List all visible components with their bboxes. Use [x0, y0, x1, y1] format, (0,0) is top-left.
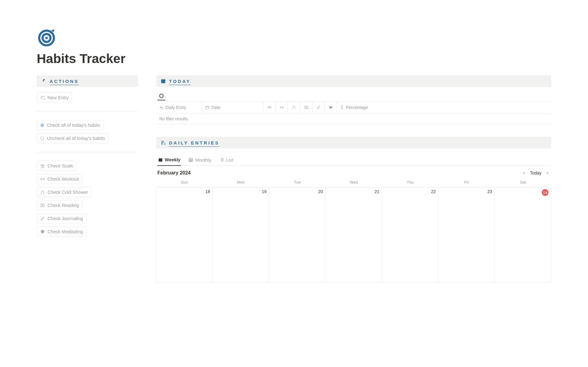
- calendar-date: 21: [375, 189, 379, 194]
- dumbbell-icon: [40, 177, 45, 182]
- check-scale-label: Check Scale: [47, 163, 73, 168]
- check-all-button[interactable]: Check all of today's habits: [37, 120, 104, 130]
- new-entry-button[interactable]: New Entry: [37, 92, 72, 103]
- col-journaling[interactable]: [312, 102, 325, 113]
- daily-entries-header: DAILY ENTRIES: [156, 137, 551, 148]
- col-date-label: Date: [211, 105, 221, 110]
- text-aa-icon: [159, 105, 164, 110]
- sigma-icon: [340, 105, 344, 110]
- col-date[interactable]: Date: [202, 102, 263, 113]
- today-view-tab[interactable]: [157, 92, 165, 100]
- tab-list[interactable]: List: [219, 156, 234, 166]
- prev-week-button[interactable]: [522, 170, 526, 175]
- dow-sat: Sat: [495, 179, 551, 187]
- scale-icon: [40, 163, 45, 168]
- today-button[interactable]: Today: [530, 170, 541, 175]
- rocket-icon: [292, 105, 296, 110]
- check-reading-label: Check Reading: [47, 203, 79, 208]
- col-workout[interactable]: [276, 102, 288, 113]
- dow-wed: Wed: [326, 179, 382, 187]
- view-tabs: Weekly Monthly List: [156, 154, 551, 166]
- calendar-month-label: February 2024: [157, 170, 191, 176]
- check-cold-shower-button[interactable]: Check Cold Shower: [37, 187, 92, 197]
- calendar-grid: 18 19 20 21 22 23 24: [156, 187, 551, 282]
- list-icon: [219, 157, 224, 162]
- pencil-icon: [40, 216, 45, 221]
- calendar-date: 23: [487, 189, 492, 194]
- calendar-icon: [158, 157, 163, 162]
- book-icon: [304, 105, 308, 110]
- filled-circle-icon: [40, 123, 44, 127]
- col-meditating[interactable]: [325, 102, 337, 113]
- check-journaling-button[interactable]: Check Journaling: [37, 213, 86, 223]
- dow-mon: Mon: [213, 179, 269, 187]
- today-table: Daily Entry Date: [156, 102, 551, 125]
- chat-icon: [329, 105, 333, 110]
- dumbbell-icon: [280, 105, 284, 110]
- col-cold-shower[interactable]: [288, 102, 300, 113]
- list-edit-icon: [160, 140, 166, 145]
- calendar-date: 18: [205, 189, 210, 194]
- page-title: Habits Tracker: [37, 51, 551, 66]
- col-percentage[interactable]: Percentage: [337, 102, 551, 113]
- svg-rect-7: [162, 79, 163, 80]
- actions-header-label: ACTIONS: [50, 79, 79, 84]
- daily-entries-header-label: DAILY ENTRIES: [169, 140, 220, 145]
- svg-rect-8: [164, 79, 164, 80]
- dow-tue: Tue: [269, 179, 326, 187]
- calendar-cell[interactable]: 18: [156, 187, 213, 282]
- circle-icon: [159, 94, 164, 98]
- dow-fri: Fri: [438, 179, 495, 187]
- actions-header: ACTIONS: [37, 75, 138, 87]
- new-entry-label: New Entry: [47, 95, 69, 100]
- uncheck-all-label: Uncheck all of today's habits: [47, 136, 105, 141]
- svg-point-4: [41, 137, 44, 140]
- col-daily-entry-label: Daily Entry: [165, 105, 186, 110]
- check-cold-shower-label: Check Cold Shower: [47, 189, 88, 195]
- calendar-cell[interactable]: 21: [326, 187, 382, 282]
- svg-point-3: [40, 123, 44, 127]
- calendar-cell[interactable]: 19: [213, 187, 269, 282]
- calendar-date: 22: [431, 189, 436, 194]
- uncheck-all-button[interactable]: Uncheck all of today's habits: [37, 133, 108, 143]
- chat-icon: [40, 229, 45, 234]
- col-reading[interactable]: [300, 102, 312, 113]
- tab-weekly-label: Weekly: [165, 157, 180, 162]
- calendar-date: 20: [318, 189, 323, 194]
- edit-icon: [40, 95, 45, 100]
- today-header-label: TODAY: [169, 79, 191, 84]
- check-scale-button[interactable]: Check Scale: [37, 161, 77, 171]
- check-journaling-label: Check Journaling: [47, 216, 83, 221]
- calendar-grid-icon: [188, 157, 193, 162]
- tab-weekly[interactable]: Weekly: [157, 156, 181, 166]
- calendar-cell[interactable]: 23: [439, 187, 495, 282]
- tab-monthly[interactable]: Monthly: [188, 156, 212, 166]
- col-scale[interactable]: [263, 102, 276, 113]
- pencil-icon: [316, 105, 321, 110]
- calendar-small-icon: [205, 105, 209, 110]
- svg-rect-6: [161, 80, 165, 81]
- check-meditating-label: Check Meditating: [47, 229, 83, 234]
- dow-thu: Thu: [382, 179, 438, 187]
- no-filter-results: No filter results.: [156, 113, 551, 124]
- check-reading-button[interactable]: Check Reading: [37, 200, 82, 210]
- svg-rect-11: [189, 158, 193, 162]
- svg-rect-10: [159, 158, 162, 162]
- empty-circle-icon: [40, 136, 44, 140]
- calendar-icon: [160, 78, 166, 84]
- rocket-icon: [40, 190, 45, 195]
- tab-list-label: List: [226, 157, 233, 163]
- calendar-date-today: 24: [542, 189, 548, 196]
- check-workout-label: Check Workout: [47, 176, 79, 182]
- calendar-cell[interactable]: 24: [495, 187, 551, 282]
- calendar-cell[interactable]: 20: [269, 187, 326, 282]
- today-header: TODAY: [156, 75, 551, 87]
- calendar-date: 19: [262, 189, 267, 194]
- page-icon: [37, 28, 551, 48]
- check-meditating-button[interactable]: Check Meditating: [37, 227, 86, 237]
- calendar-cell[interactable]: 22: [382, 187, 439, 282]
- next-week-button[interactable]: [545, 170, 550, 175]
- check-workout-button[interactable]: Check Workout: [37, 174, 82, 184]
- tab-monthly-label: Monthly: [195, 157, 211, 163]
- col-daily-entry[interactable]: Daily Entry: [156, 102, 202, 113]
